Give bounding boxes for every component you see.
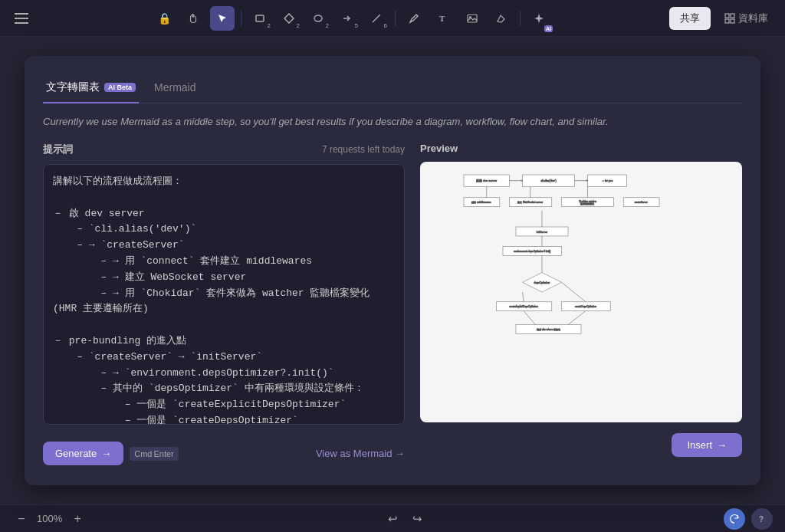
library-label: 資料庫 — [738, 11, 768, 25]
image-tool[interactable] — [460, 6, 484, 31]
svg-text:createServer: createServer — [635, 201, 648, 204]
tab-text-to-diagram[interactable]: 文字轉圖表 AI Beta — [43, 74, 139, 103]
svg-marker-8 — [498, 15, 504, 22]
tab-text-to-diagram-label: 文字轉圖表 — [46, 80, 100, 94]
preview-box: 啟動 dev server cli.alias('dev') → for you… — [420, 162, 742, 422]
svg-text:T: T — [439, 14, 445, 23]
text-to-diagram-panel: 文字轉圖表 AI Beta Mermaid Currently we use M… — [25, 56, 760, 485]
insert-label: Insert — [687, 439, 712, 451]
select-tool[interactable] — [210, 6, 235, 31]
svg-text:?: ? — [759, 515, 764, 524]
panel-tabs: 文字轉圖表 AI Beta Mermaid — [43, 74, 742, 103]
undo-redo-controls: ↩ ↪ — [383, 508, 429, 530]
svg-text:cli.alias('dev'): cli.alias('dev') — [540, 179, 556, 182]
svg-marker-9 — [534, 14, 544, 23]
menu-button[interactable] — [9, 6, 34, 31]
zoom-in-button[interactable]: + — [68, 510, 87, 528]
toolbar-left — [9, 6, 34, 31]
svg-rect-11 — [731, 14, 734, 18]
view-mermaid-link[interactable]: View as Mermaid → — [316, 448, 405, 459]
library-button[interactable]: 資料庫 — [717, 7, 776, 30]
hand-tool[interactable] — [181, 6, 205, 31]
svg-text:監聽檔案變化: 監聽檔案變化 — [581, 202, 595, 205]
insert-button[interactable]: Insert → — [672, 433, 742, 457]
panel-columns: 提示詞 7 requests left today 講解以下的流程做成流程圖： … — [43, 143, 742, 465]
panel-description: Currently we use Mermaid as a middle ste… — [43, 116, 742, 127]
prompt-header: 提示詞 7 requests left today — [43, 143, 405, 156]
tab-mermaid-label: Mermaid — [154, 81, 195, 94]
tab-mermaid[interactable]: Mermaid — [151, 75, 199, 103]
svg-text:完成 vite where 初始化: 完成 vite where 初始化 — [537, 328, 560, 331]
svg-rect-12 — [725, 19, 729, 23]
zoom-controls: − 100% + — [12, 510, 87, 528]
lock-tool[interactable]: 🔒 — [152, 6, 176, 31]
svg-text:createExplicitDepsOptimizer: createExplicitDepsOptimizer — [510, 305, 538, 308]
svg-text:createDepsOptimizer: createDepsOptimizer — [575, 305, 596, 308]
svg-text:啟動 dev server: 啟動 dev server — [476, 179, 498, 182]
toolbar-center: 🔒 2 2 2 5 — [152, 6, 551, 31]
text-tool[interactable]: T — [431, 6, 455, 31]
zoom-out-button[interactable]: − — [12, 510, 31, 528]
svg-rect-0 — [256, 15, 264, 21]
sync-status-icon[interactable] — [724, 508, 745, 530]
status-icons: ? — [724, 508, 773, 530]
svg-rect-10 — [725, 14, 729, 18]
svg-line-4 — [373, 15, 380, 22]
preview-title: Preview — [420, 143, 742, 154]
cmd-key: Cmd — [134, 449, 152, 458]
svg-marker-1 — [284, 14, 294, 23]
svg-text:建立 WebSocket server: 建立 WebSocket server — [517, 201, 544, 204]
generate-actions: Generate → Cmd Enter — [43, 442, 179, 465]
ai-tool[interactable]: AI — [527, 6, 551, 31]
svg-text:environment.depsOptimizer?.ini: environment.depsOptimizer?.init() — [514, 250, 550, 253]
line-tool[interactable]: 6 — [364, 6, 389, 31]
status-bar: − 100% + ↩ ↪ ? — [0, 504, 785, 532]
toolbar-right: 共享 資料庫 — [669, 7, 776, 30]
prompt-bottom-bar: Generate → Cmd Enter View as Mermaid → — [43, 442, 405, 465]
zoom-level: 100% — [37, 513, 62, 524]
svg-text:initServer: initServer — [537, 231, 548, 234]
help-icon[interactable]: ? — [751, 508, 773, 530]
svg-text:depsOptimizer: depsOptimizer — [534, 281, 551, 284]
arrow-tool[interactable]: 5 — [335, 6, 360, 31]
generate-label: Generate — [55, 448, 97, 459]
prompt-title: 提示詞 — [43, 143, 73, 156]
prompt-textarea[interactable]: 講解以下的流程做成流程圖： － 啟 dev server – `cli.alia… — [43, 164, 405, 425]
eraser-tool[interactable] — [489, 6, 514, 31]
svg-point-2 — [314, 15, 322, 21]
diamond-tool[interactable]: 2 — [277, 6, 301, 31]
svg-text:創建 middlewares: 創建 middlewares — [471, 201, 491, 204]
ai-beta-badge: AI Beta — [104, 83, 136, 92]
redo-button[interactable]: ↪ — [407, 508, 429, 530]
undo-button[interactable]: ↩ — [383, 508, 404, 530]
preview-diagram: 啟動 dev server cli.alias('dev') → for you… — [420, 162, 742, 422]
svg-text:→ for you: → for you — [602, 179, 613, 182]
rect-tool[interactable]: 2 — [248, 6, 272, 31]
keyboard-hint: Cmd Enter — [130, 447, 179, 461]
right-column: Preview 啟動 dev server cli.alias('dev') — [420, 143, 742, 457]
enter-key: Enter — [153, 449, 173, 458]
main-toolbar: 🔒 2 2 2 5 — [0, 0, 785, 37]
generate-button[interactable]: Generate → — [43, 442, 123, 465]
requests-left: 7 requests left today — [322, 144, 405, 155]
pencil-tool[interactable] — [402, 6, 426, 31]
left-column: 提示詞 7 requests left today 講解以下的流程做成流程圖： … — [43, 143, 405, 465]
main-canvas: 文字轉圖表 AI Beta Mermaid Currently we use M… — [0, 37, 785, 504]
svg-rect-6 — [468, 15, 477, 22]
share-button[interactable]: 共享 — [669, 7, 711, 30]
svg-rect-13 — [731, 19, 734, 23]
ellipse-tool[interactable]: 2 — [306, 6, 330, 31]
